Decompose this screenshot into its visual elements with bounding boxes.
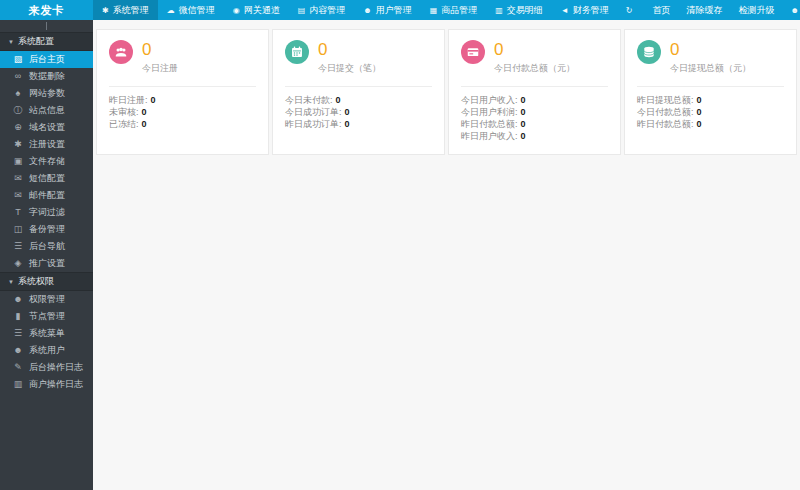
stat-card: 0 今日提交（笔） 今日未付款:0今日成功订单:0昨日成功订单:0 bbox=[272, 29, 445, 155]
sidebar-item-node-manage[interactable]: ▮节点管理 bbox=[0, 308, 93, 325]
check-upgrade-button[interactable]: 检测升级 bbox=[730, 0, 782, 20]
sidebar-section-permission[interactable]: ▼系统权限 bbox=[0, 272, 93, 291]
sidebar-item-admin-log[interactable]: ✎后台操作日志 bbox=[0, 359, 93, 376]
main-content: 0 今日注册 昨日注册:0未审核:0已冻结:0 0 今日提交（笔） 今日未付款:… bbox=[93, 20, 800, 490]
info-icon: ⓘ bbox=[12, 102, 24, 119]
topnav-item-gateway[interactable]: ◉网关通道 bbox=[224, 0, 289, 20]
card-divider bbox=[461, 86, 608, 87]
topnav-item-wechat[interactable]: ☁微信管理 bbox=[158, 0, 224, 20]
topnav-item-user[interactable]: ☻用户管理 bbox=[354, 0, 420, 20]
card-stat-label: 昨日成功订单: bbox=[285, 119, 342, 129]
card-rows: 今日未付款:0今日成功订单:0昨日成功订单:0 bbox=[285, 94, 432, 130]
sidebar-item-promo-settings[interactable]: ◈推广设置 bbox=[0, 255, 93, 272]
card-value: 0 bbox=[494, 40, 575, 59]
refresh-icon: ↻ bbox=[626, 6, 633, 15]
app-logo: 来发卡 bbox=[0, 0, 93, 20]
home-link[interactable]: 首页 bbox=[644, 0, 678, 20]
sidebar-item-label: 短信配置 bbox=[29, 170, 65, 187]
card-stat-label: 今日未付款: bbox=[285, 95, 333, 105]
sidebar-item-label: 数据删除 bbox=[29, 68, 65, 85]
sidebar-item-label: 网站参数 bbox=[29, 85, 65, 102]
sidebar-item-label: 备份管理 bbox=[29, 221, 65, 238]
card-stat-value: 0 bbox=[697, 95, 702, 105]
card-stat-value: 0 bbox=[697, 107, 702, 117]
group-icon bbox=[114, 45, 128, 59]
stat-card: 0 今日注册 昨日注册:0未审核:0已冻结:0 bbox=[96, 29, 269, 155]
sidebar-item-permission-manage[interactable]: ☻权限管理 bbox=[0, 291, 93, 308]
sidebar-item-label: 节点管理 bbox=[29, 308, 65, 325]
sidebar-item-system-menu[interactable]: ☰系统菜单 bbox=[0, 325, 93, 342]
finance-icon: ◄ bbox=[561, 6, 569, 15]
sidebar-collapse-handle[interactable] bbox=[0, 20, 93, 32]
card-title: 今日提交（笔） bbox=[318, 62, 381, 75]
sidebar-section-config[interactable]: ▼系统配置 bbox=[0, 32, 93, 51]
card-rows: 昨日注册:0未审核:0已冻结:0 bbox=[109, 94, 256, 130]
card-value: 0 bbox=[670, 40, 751, 59]
sidebar-item-domain-settings[interactable]: ⊕域名设置 bbox=[0, 119, 93, 136]
sidebar-item-backup-manage[interactable]: ◫备份管理 bbox=[0, 221, 93, 238]
clear-cache-button[interactable]: 清除缓存 bbox=[678, 0, 730, 20]
users-icon: ☻ bbox=[363, 6, 371, 15]
check-upgrade-button-label: 检测升级 bbox=[738, 4, 774, 17]
book-icon: ▥ bbox=[12, 376, 24, 393]
card-stat-value: 0 bbox=[345, 119, 350, 129]
card-stat-value: 0 bbox=[151, 95, 156, 105]
sidebar-item-label: 文件存储 bbox=[29, 153, 65, 170]
card-stat-row: 今日成功订单:0 bbox=[285, 106, 432, 118]
topnav-item-label: 内容管理 bbox=[309, 4, 345, 17]
filter-icon: T bbox=[12, 204, 24, 221]
sidebar-item-site-info[interactable]: ⓘ站点信息 bbox=[0, 102, 93, 119]
sidebar-item-word-filter[interactable]: T字词过滤 bbox=[0, 204, 93, 221]
topnav-item-label: 微信管理 bbox=[179, 4, 215, 17]
credit-card-icon bbox=[466, 45, 480, 59]
globe-icon: ⊕ bbox=[12, 119, 24, 136]
gear-icon: ✱ bbox=[102, 6, 109, 15]
stat-cards-row: 0 今日注册 昨日注册:0未审核:0已冻结:0 0 今日提交（笔） 今日未付款:… bbox=[96, 29, 797, 155]
card-stat-label: 今日成功订单: bbox=[285, 107, 342, 117]
list-icon: ☰ bbox=[12, 238, 24, 255]
dashboard-icon: ▧ bbox=[12, 51, 24, 68]
topnav-item-goods[interactable]: ▦商品管理 bbox=[421, 0, 487, 20]
card-stat-label: 已冻结: bbox=[109, 119, 139, 129]
topnav-item-content[interactable]: ▤内容管理 bbox=[289, 0, 355, 20]
sidebar-item-merchant-log[interactable]: ▥商户操作日志 bbox=[0, 376, 93, 393]
card-stat-label: 昨日注册: bbox=[109, 95, 148, 105]
topnav-item-finance[interactable]: ◄财务管理 bbox=[552, 0, 618, 20]
sidebar-item-mail-config[interactable]: ✉邮件配置 bbox=[0, 187, 93, 204]
topnav-item-trade[interactable]: ▥交易明细 bbox=[486, 0, 552, 20]
admin-dropdown[interactable]: ☻admin∧ bbox=[782, 0, 800, 20]
topnav-item-label: 用户管理 bbox=[376, 4, 412, 17]
card-icon-circle bbox=[461, 40, 485, 64]
topnav-item-label: 网关通道 bbox=[244, 4, 280, 17]
sidebar-item-label: 域名设置 bbox=[29, 119, 65, 136]
sidebar-item-label: 系统用户 bbox=[29, 342, 65, 359]
sidebar-item-system-user[interactable]: ☻系统用户 bbox=[0, 342, 93, 359]
sidebar-item-site-params[interactable]: ♠网站参数 bbox=[0, 85, 93, 102]
clear-cache-button-label: 清除缓存 bbox=[686, 4, 722, 17]
top-menu-right: ↻首页清除缓存检测升级☻admin∧ bbox=[618, 0, 800, 20]
top-header: 来发卡 ✱系统管理☁微信管理◉网关通道▤内容管理☻用户管理▦商品管理▥交易明细◄… bbox=[0, 0, 800, 20]
sidebar-section-title: 系统配置 bbox=[18, 36, 54, 46]
setting-icon: ✱ bbox=[12, 136, 24, 153]
menu-icon: ☰ bbox=[12, 325, 24, 342]
card-stat-row: 昨日用户收入:0 bbox=[461, 130, 608, 142]
card-stat-value: 0 bbox=[521, 131, 526, 141]
card-stat-label: 今日用户利润: bbox=[461, 107, 518, 117]
sidebar-item-sms-config[interactable]: ✉短信配置 bbox=[0, 170, 93, 187]
sidebar-item-label: 站点信息 bbox=[29, 102, 65, 119]
sidebar-item-data-delete[interactable]: ∞数据删除 bbox=[0, 68, 93, 85]
database-icon bbox=[642, 45, 656, 59]
card-divider bbox=[285, 86, 432, 87]
sms-icon: ✉ bbox=[12, 170, 24, 187]
topnav-item-label: 交易明细 bbox=[507, 4, 543, 17]
card-stat-value: 0 bbox=[521, 107, 526, 117]
sidebar-item-label: 商户操作日志 bbox=[29, 376, 83, 393]
sidebar-item-register-settings[interactable]: ✱注册设置 bbox=[0, 136, 93, 153]
sidebar-item-dashboard[interactable]: ▧后台主页 bbox=[0, 51, 93, 68]
refresh-button[interactable]: ↻ bbox=[618, 0, 645, 20]
sidebar-item-admin-nav[interactable]: ☰后台导航 bbox=[0, 238, 93, 255]
goods-icon: ▦ bbox=[430, 6, 438, 15]
sidebar-item-file-storage[interactable]: ▣文件存储 bbox=[0, 153, 93, 170]
topnav-item-system[interactable]: ✱系统管理 bbox=[93, 0, 158, 20]
home-link-label: 首页 bbox=[652, 4, 670, 17]
